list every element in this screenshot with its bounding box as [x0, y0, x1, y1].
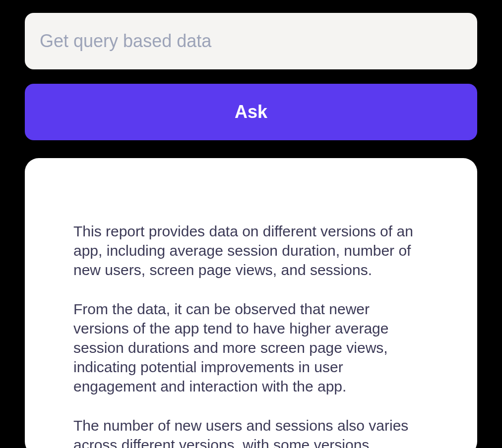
report-card: This report provides data on different v…	[25, 158, 477, 448]
query-input[interactable]	[25, 13, 477, 69]
report-paragraph: The number of new users and sessions als…	[73, 416, 429, 448]
report-paragraph: This report provides data on different v…	[73, 222, 429, 280]
report-paragraph: From the data, it can be observed that n…	[73, 299, 429, 396]
ask-button[interactable]: Ask	[25, 84, 477, 140]
